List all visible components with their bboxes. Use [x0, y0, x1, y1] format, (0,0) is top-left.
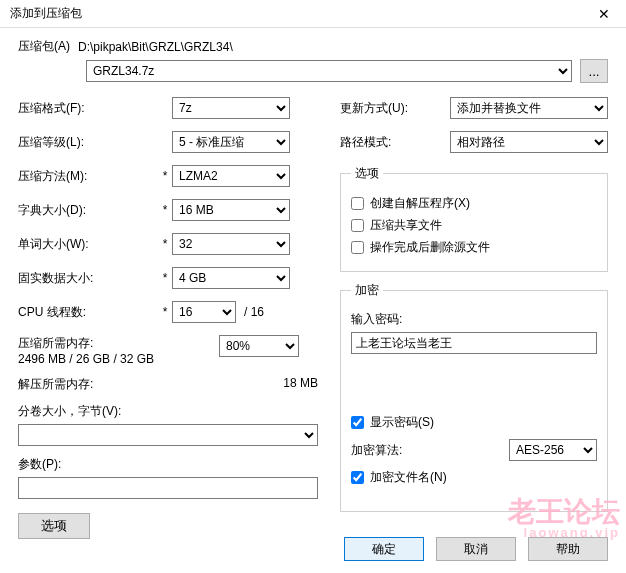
solid-label: 固实数据大小:: [18, 270, 158, 287]
options-fieldset: 选项 创建自解压程序(X) 压缩共享文件 操作完成后删除源文件: [340, 165, 608, 272]
close-icon[interactable]: ✕: [586, 3, 622, 25]
shared-label: 压缩共享文件: [370, 217, 442, 234]
algorithm-label: 加密算法:: [351, 442, 402, 459]
cpu-label: CPU 线程数:: [18, 304, 158, 321]
shared-checkbox[interactable]: [351, 219, 364, 232]
cancel-button[interactable]: 取消: [436, 537, 516, 561]
encrypt-names-label: 加密文件名(N): [370, 469, 447, 486]
method-select[interactable]: LZMA2: [172, 165, 290, 187]
ok-button[interactable]: 确定: [344, 537, 424, 561]
volume-select[interactable]: [18, 424, 318, 446]
window-title: 添加到压缩包: [10, 5, 82, 22]
archive-filename-select[interactable]: GRZL34.7z: [86, 60, 572, 82]
delete-checkbox[interactable]: [351, 241, 364, 254]
archive-path: D:\pikpak\Bit\GRZL\GRZL34\: [78, 40, 608, 54]
dict-label: 字典大小(D):: [18, 202, 158, 219]
update-select[interactable]: 添加并替换文件: [450, 97, 608, 119]
show-password-checkbox[interactable]: [351, 416, 364, 429]
dict-select[interactable]: 16 MB: [172, 199, 290, 221]
options-legend: 选项: [351, 165, 383, 182]
level-select[interactable]: 5 - 标准压缩: [172, 131, 290, 153]
archive-label: 压缩包(A): [18, 38, 78, 55]
pathmode-select[interactable]: 相对路径: [450, 131, 608, 153]
mem-pct-select[interactable]: 80%: [219, 335, 299, 357]
encryption-fieldset: 加密 输入密码: 显示密码(S) 加密算法: AES-256 加密文件名(N): [340, 282, 608, 512]
update-label: 更新方式(U):: [340, 100, 450, 117]
pathmode-label: 路径模式:: [340, 134, 450, 151]
word-label: 单词大小(W):: [18, 236, 158, 253]
browse-button[interactable]: ...: [580, 59, 608, 83]
mem-decompress-label: 解压所需内存:: [18, 376, 200, 393]
mem-compress-value: 2496 MB / 26 GB / 32 GB: [18, 352, 200, 366]
titlebar: 添加到压缩包 ✕: [0, 0, 626, 28]
encryption-legend: 加密: [351, 282, 383, 299]
param-label: 参数(P):: [18, 456, 318, 473]
cpu-select[interactable]: 16: [172, 301, 236, 323]
algorithm-select[interactable]: AES-256: [509, 439, 597, 461]
solid-select[interactable]: 4 GB: [172, 267, 290, 289]
password-input[interactable]: [351, 332, 597, 354]
cpu-total: / 16: [244, 305, 264, 319]
password-label: 输入密码:: [351, 311, 597, 328]
sfx-label: 创建自解压程序(X): [370, 195, 470, 212]
encrypt-names-checkbox[interactable]: [351, 471, 364, 484]
options-button[interactable]: 选项: [18, 513, 90, 539]
mem-decompress-value: 18 MB: [200, 376, 318, 393]
mem-compress-label: 压缩所需内存:: [18, 335, 200, 352]
method-label: 压缩方法(M):: [18, 168, 158, 185]
help-button[interactable]: 帮助: [528, 537, 608, 561]
show-password-label: 显示密码(S): [370, 414, 434, 431]
format-label: 压缩格式(F):: [18, 100, 158, 117]
word-select[interactable]: 32: [172, 233, 290, 255]
delete-label: 操作完成后删除源文件: [370, 239, 490, 256]
format-select[interactable]: 7z: [172, 97, 290, 119]
volume-label: 分卷大小，字节(V):: [18, 403, 318, 420]
sfx-checkbox[interactable]: [351, 197, 364, 210]
param-input[interactable]: [18, 477, 318, 499]
level-label: 压缩等级(L):: [18, 134, 158, 151]
